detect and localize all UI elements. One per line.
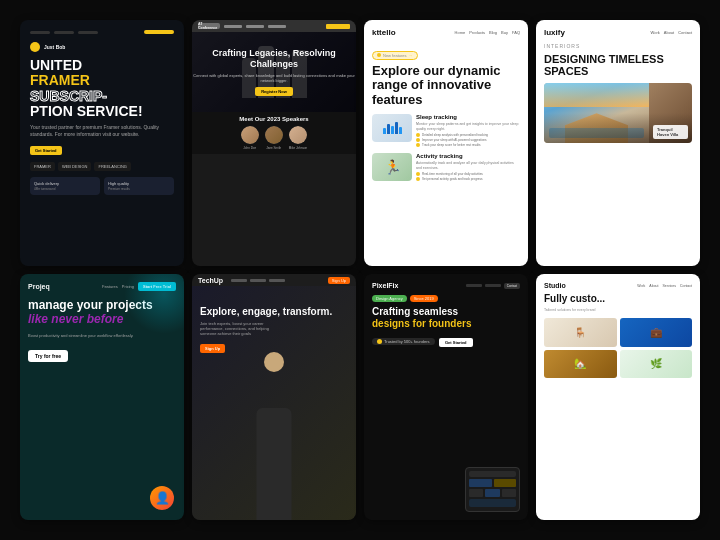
bar-5 — [399, 127, 402, 134]
card-conference[interactable]: AT Conference Crafting Legacies, Resolvi… — [192, 20, 356, 266]
dash-block-3 — [469, 489, 483, 497]
card6-cta[interactable]: Sign Up — [200, 344, 225, 353]
speaker-2: Jane Smith — [265, 126, 283, 150]
check-dot — [416, 133, 420, 137]
sleep-check-2: Improve your sleep with AI-powered sugge… — [416, 138, 520, 142]
nav-dot — [54, 31, 74, 34]
card8-sub: Tailored solutions for every brand — [544, 308, 692, 312]
nav-products: Products — [469, 30, 485, 35]
feature-sleep: Sleep tracking Monitor your sleep patter… — [372, 114, 520, 147]
thumb-icon-1: 🪑 — [574, 327, 586, 338]
speakers-section: Meet Our 2023 Speakers John Doe Jane Smi… — [192, 112, 356, 154]
card5-nav-cta[interactable]: Start Free Trial — [138, 282, 176, 291]
nav-cta[interactable]: Contact — [504, 283, 520, 289]
bar-3 — [391, 126, 394, 134]
bar-1 — [383, 128, 386, 134]
card3-headline: Explore our dynamic range of innovative … — [372, 64, 520, 109]
badge-dot — [377, 53, 381, 57]
building-roof — [565, 113, 628, 143]
nav-link — [268, 25, 286, 28]
card7-cta[interactable]: Get Started — [439, 338, 473, 347]
headline-3: SUBSCRIP- — [30, 88, 107, 104]
feature-img-sleep — [372, 114, 412, 142]
speaker-face-2 — [265, 126, 283, 144]
card4-navbar: luxify Work About Contact — [544, 28, 692, 37]
badge-since: Since 2019 — [410, 295, 438, 302]
nav-contact: Contact — [678, 30, 692, 35]
card8-headline: Fully custo... — [544, 293, 692, 304]
nav-home: Home — [455, 30, 466, 35]
card6-headline: Explore, engage, transform. — [200, 306, 348, 318]
thumb-blue-bg: 💼 — [620, 318, 693, 347]
card4-brand: luxify — [544, 28, 565, 37]
sleep-check-3: Track your sleep score for better rest r… — [416, 143, 520, 147]
card3-brand: kttello — [372, 28, 396, 37]
thumb-warm-bg: 🏡 — [544, 350, 617, 379]
logo-circle — [30, 42, 40, 52]
sleep-desc: Monitor your sleep patterns and get insi… — [416, 122, 520, 132]
feature-img-activity: 🏃 — [372, 153, 412, 181]
cta-button[interactable]: Get Started — [30, 146, 62, 155]
building-shape — [544, 83, 649, 143]
nav-dot — [30, 31, 50, 34]
nav-work: Work — [637, 284, 645, 288]
mini-dashboard — [465, 467, 520, 512]
activity-desc: Automatically track and analyze all your… — [416, 161, 520, 171]
property-tag: Tranquil Haven Villa — [653, 125, 688, 139]
logo-text: AT Conference — [198, 22, 220, 30]
activity-check-2: Set personal activity goals and track pr… — [416, 177, 520, 181]
conference-cta[interactable]: Register Now — [255, 87, 293, 96]
badge-design-agency: Design Agency — [372, 295, 407, 302]
card6-sub: Join tech experts, boost your career per… — [200, 321, 280, 336]
card-project-mgmt[interactable]: Projeq Features Pricing Start Free Trial… — [20, 274, 184, 520]
dash-row-1 — [469, 479, 516, 487]
dash-header — [469, 471, 516, 477]
card5-headline: manage your projects like never before — [28, 299, 176, 327]
sleep-title: Sleep tracking — [416, 114, 520, 120]
user-avatar: 👤 — [150, 486, 174, 510]
badge-arrow: → — [409, 53, 413, 58]
thumb-interior: 🪑 — [544, 318, 617, 347]
features-list: Sleep tracking Monitor your sleep patter… — [372, 114, 520, 181]
new-features-badge: New features → — [372, 51, 418, 60]
feature-activity: 🏃 Activity tracking Automatically track … — [372, 153, 520, 181]
card-health-app[interactable]: kttello Home Products Blog Buy FAQ New f… — [364, 20, 528, 266]
speaker-face-1 — [241, 126, 259, 144]
card-customizable[interactable]: Studio Work About Services Contact Fully… — [536, 274, 700, 520]
speaker-name-2: Jane Smith — [266, 146, 281, 150]
card6-person-bg: Explore, engage, transform. Join tech ex… — [192, 286, 356, 520]
nav-buy: Buy — [501, 30, 508, 35]
badge-row: Design Agency Since 2019 — [372, 295, 520, 302]
nav-link-1 — [466, 284, 482, 287]
cta-label: Get Started — [35, 148, 57, 153]
dash-block-2 — [494, 479, 517, 487]
sub-badge-text: Trusted by 500+ founders — [384, 339, 430, 344]
thumb-icon-4: 🌿 — [650, 358, 662, 369]
speaker-name-3: Mike Johnson — [289, 146, 308, 150]
speaker-avatar-3 — [289, 126, 307, 144]
speaker-3: Mike Johnson — [289, 126, 308, 150]
card-luxury-spaces[interactable]: luxify Work About Contact INTERIORS DESI… — [536, 20, 700, 266]
dash-row-2 — [469, 489, 516, 497]
thumb-green: 🌿 — [620, 350, 693, 379]
card-framer-service[interactable]: Just Bob UNITED FRAMER SUBSCRIP- PTION S… — [20, 20, 184, 266]
thumb-warm: 🏡 — [544, 350, 617, 379]
nav-about: About — [649, 284, 658, 288]
card5-nav-right: Features Pricing Start Free Trial — [102, 282, 176, 291]
nav-services: Services — [663, 284, 676, 288]
thumb-interior-bg: 🪑 — [544, 318, 617, 347]
card-tech-talk[interactable]: TechUp Sign Up Explore, engage, transfor… — [192, 274, 356, 520]
card8-nav: Work About Services Contact — [637, 284, 692, 288]
person-head — [264, 352, 284, 372]
speakers-row: John Doe Jane Smith Mike Johnson — [241, 126, 308, 150]
headline-2: FRAMER — [30, 72, 90, 88]
bar-2 — [387, 124, 390, 134]
check-dot-2 — [416, 138, 420, 142]
card5-cta[interactable]: Try for free — [28, 350, 68, 362]
tag-freelancing: FREELANCING — [94, 162, 130, 171]
card6-nav-cta[interactable]: Sign Up — [328, 277, 350, 284]
mini-card-1: Quick delivery 48hr turnaround — [30, 177, 100, 195]
tags-area: FRAMER WEB DESIGN FREELANCING — [30, 162, 174, 171]
nav-link-3 — [269, 279, 285, 282]
card-design-agency[interactable]: PixelFix Contact Design Agency Since 201… — [364, 274, 528, 520]
